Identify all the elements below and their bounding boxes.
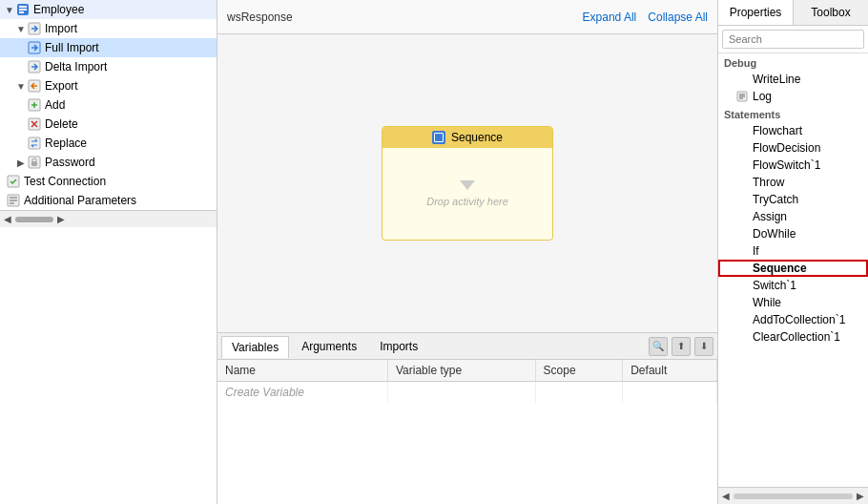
toolbox-item-log[interactable]: Log [718, 88, 868, 105]
sequence-container: Sequence Drop activity here [382, 126, 553, 241]
scroll-thumb[interactable] [734, 494, 853, 499]
expand-panel-button[interactable]: ⬆ [672, 337, 691, 356]
throw-icon [735, 176, 749, 189]
delete-icon [27, 116, 42, 132]
replace-icon [27, 136, 42, 151]
workflow-canvas[interactable]: Sequence Drop activity here [217, 34, 717, 332]
scroll-left-arrow[interactable]: ◀ [722, 491, 730, 501]
variables-table: Name Variable type Scope Default Create … [217, 360, 717, 504]
assign-icon [735, 210, 749, 223]
sidebar-item-import[interactable]: ▼ Import [0, 19, 217, 38]
tab-arguments[interactable]: Arguments [291, 335, 367, 357]
trycatch-icon [735, 193, 749, 206]
expand-arrow-employee[interactable]: ▼ [4, 5, 15, 15]
toolbox-item-throw[interactable]: Throw [718, 174, 868, 191]
expand-arrow-import[interactable]: ▼ [15, 24, 27, 34]
sidebar-add-label: Add [45, 98, 65, 112]
collapse-panel-button[interactable]: ⬇ [694, 337, 713, 356]
sidebar-item-password[interactable]: ▶ Password [0, 153, 217, 172]
sidebar-item-test-connection[interactable]: Test Connection [0, 172, 217, 191]
table-row-create-variable[interactable]: Create Variable [217, 382, 717, 404]
search-vars-button[interactable]: 🔍 [649, 337, 668, 356]
export-icon [27, 78, 42, 94]
test-connection-icon [6, 174, 21, 189]
svg-rect-10 [29, 137, 40, 149]
bottom-tabs: Variables Arguments Imports 🔍 ⬆ ⬇ [217, 333, 717, 360]
sidebar-item-delete[interactable]: Delete [0, 115, 217, 134]
sequence-toolbox-icon [735, 262, 749, 275]
toolbox-item-dowhile[interactable]: DoWhile [718, 225, 868, 242]
bottom-tab-icons: 🔍 ⬆ ⬇ [649, 337, 713, 356]
toolbox-item-addtocollection1[interactable]: AddToCollection`1 [718, 311, 868, 328]
sidebar-scrollbar: ◀ ▶ [0, 210, 217, 227]
writeline-icon [735, 73, 749, 86]
col-default: Default [623, 360, 717, 382]
toolbox-item-clearcollection1[interactable]: ClearCollection`1 [718, 328, 868, 346]
ws-name-label: wsResponse [227, 10, 293, 24]
flowswitch1-icon [735, 158, 749, 172]
toolbox-item-sequence[interactable]: Sequence [718, 260, 868, 277]
svg-rect-2 [19, 9, 27, 10]
sidebar-test-connection-label: Test Connection [24, 175, 106, 188]
col-variable-type: Variable type [387, 360, 535, 382]
clearcollection1-icon [735, 330, 749, 344]
toolbox-item-switch1[interactable]: Switch`1 [718, 277, 868, 294]
sidebar-item-full-import[interactable]: Full Import [0, 38, 217, 57]
sidebar-item-add[interactable]: Add [0, 95, 217, 115]
scroll-right-arrow[interactable]: ▶ [857, 491, 864, 501]
sequence-drop-area[interactable]: Drop activity here [382, 148, 552, 240]
dowhile-icon [735, 227, 749, 241]
toolbox-item-writeline[interactable]: WriteLine [718, 71, 868, 88]
sidebar-import-label: Import [45, 22, 77, 35]
expand-all-button[interactable]: Expand All [583, 10, 637, 24]
sidebar-root-employee[interactable]: ▼ Employee [0, 0, 217, 19]
drop-triangle-icon [460, 180, 475, 190]
search-input[interactable] [722, 30, 864, 49]
expand-arrow-password[interactable]: ▶ [15, 158, 27, 168]
delta-import-icon [27, 59, 42, 74]
sidebar-password-label: Password [45, 156, 95, 169]
if-icon [735, 244, 749, 258]
sequence-icon [432, 131, 445, 144]
tab-properties[interactable]: Properties [718, 0, 794, 25]
tab-variables[interactable]: Variables [221, 336, 289, 358]
tab-toolbox[interactable]: Toolbox [794, 0, 868, 25]
col-scope: Scope [535, 360, 623, 382]
sidebar-additional-parameters-label: Additional Parameters [24, 194, 136, 207]
col-name: Name [217, 360, 387, 382]
sidebar: ▼ Employee ▼ Import Full Import Delta Im… [0, 0, 217, 504]
toolbox-item-while[interactable]: While [718, 294, 868, 311]
toolbox-item-trycatch[interactable]: TryCatch [718, 191, 868, 208]
toolbox-item-flowchart[interactable]: Flowchart [718, 122, 868, 139]
header-actions: Expand All Collapse All [583, 10, 708, 24]
password-icon [27, 155, 42, 170]
group-debug-label: Debug [718, 53, 868, 71]
flowchart-icon [735, 124, 749, 137]
expand-arrow-export[interactable]: ▼ [15, 81, 27, 92]
right-panel: Properties Toolbox Debug WriteLine Log S… [717, 0, 868, 504]
toolbox-item-flowswitch1[interactable]: FlowSwitch`1 [718, 157, 868, 174]
sidebar-delete-label: Delete [45, 117, 78, 131]
sidebar-item-additional-parameters[interactable]: Additional Parameters [0, 191, 217, 210]
bottom-panel: Variables Arguments Imports 🔍 ⬆ ⬇ Name V… [217, 332, 717, 504]
employee-icon [15, 2, 31, 17]
collapse-all-button[interactable]: Collapse All [648, 10, 708, 24]
sidebar-scroll-thumb[interactable] [15, 217, 53, 222]
log-icon [735, 90, 749, 103]
canvas-header: wsResponse Expand All Collapse All [217, 0, 717, 34]
addtocollection1-icon [735, 313, 749, 326]
toolbox-item-flowdecision[interactable]: FlowDecision [718, 139, 868, 157]
switch1-icon [735, 279, 749, 292]
sidebar-item-delta-import[interactable]: Delta Import [0, 57, 217, 76]
tab-imports[interactable]: Imports [369, 335, 428, 357]
drop-hint-label: Drop activity here [426, 196, 508, 207]
svg-rect-3 [19, 11, 24, 13]
sidebar-item-replace[interactable]: Replace [0, 134, 217, 153]
svg-rect-1 [19, 6, 27, 8]
toolbox-item-assign[interactable]: Assign [718, 208, 868, 225]
sidebar-delta-import-label: Delta Import [45, 60, 107, 74]
sidebar-employee-label: Employee [33, 3, 84, 16]
toolbox-item-if[interactable]: If [718, 242, 868, 260]
sidebar-item-export[interactable]: ▼ Export [0, 76, 217, 95]
flowdecision-icon [735, 141, 749, 155]
